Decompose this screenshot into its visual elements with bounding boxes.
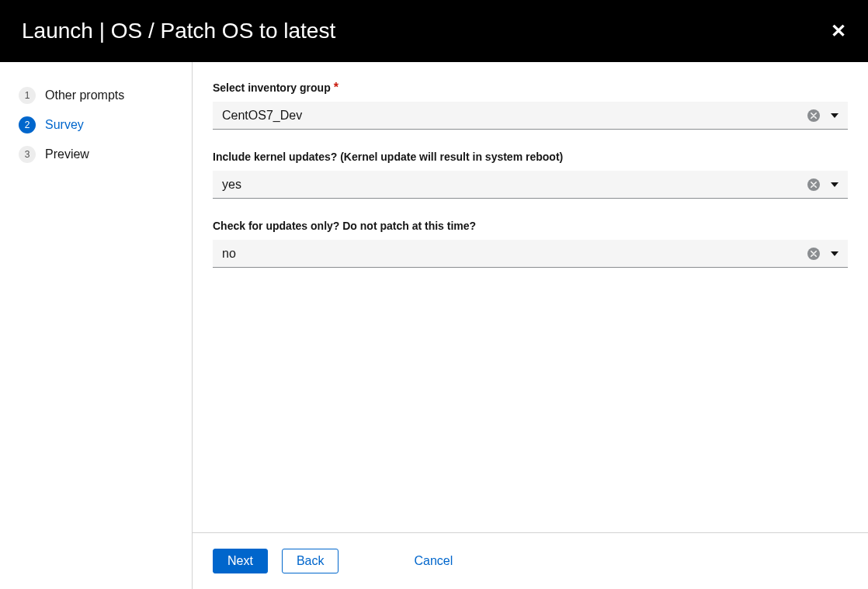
- close-icon[interactable]: ✕: [831, 22, 846, 40]
- clear-icon[interactable]: [807, 109, 820, 122]
- step-other-prompts[interactable]: 1 Other prompts: [19, 81, 192, 110]
- next-button[interactable]: Next: [213, 549, 268, 573]
- step-label: Preview: [45, 147, 89, 161]
- wizard-steps: 1 Other prompts 2 Survey 3 Preview: [0, 62, 193, 589]
- field-label: Select inventory group: [213, 81, 331, 94]
- back-button[interactable]: Back: [282, 549, 339, 573]
- step-number: 2: [19, 116, 36, 133]
- select-value: yes: [222, 178, 241, 192]
- select-controls: [807, 171, 842, 198]
- chevron-down-icon[interactable]: [828, 179, 842, 190]
- launch-modal: Launch | OS / Patch OS to latest ✕ 1 Oth…: [0, 0, 868, 589]
- select-value: no: [222, 247, 236, 261]
- clear-icon[interactable]: [807, 178, 820, 191]
- modal-body: 1 Other prompts 2 Survey 3 Preview Selec…: [0, 62, 868, 589]
- chevron-down-icon[interactable]: [828, 110, 842, 121]
- chevron-down-icon[interactable]: [828, 248, 842, 259]
- field-kernel-updates: Include kernel updates? (Kernel update w…: [213, 150, 848, 199]
- step-label: Survey: [45, 118, 84, 132]
- step-label: Other prompts: [45, 88, 124, 102]
- clear-icon[interactable]: [807, 248, 820, 260]
- modal-header: Launch | OS / Patch OS to latest ✕: [0, 0, 868, 62]
- field-label: Include kernel updates? (Kernel update w…: [213, 151, 563, 163]
- select-value: CentOS7_Dev: [222, 109, 302, 123]
- inventory-group-select[interactable]: CentOS7_Dev: [213, 102, 848, 130]
- main-panel: Select inventory group* CentOS7_Dev: [193, 62, 868, 589]
- survey-form: Select inventory group* CentOS7_Dev: [193, 62, 868, 532]
- select-controls: [807, 102, 842, 129]
- cancel-button[interactable]: Cancel: [399, 549, 467, 573]
- step-survey[interactable]: 2 Survey: [19, 110, 192, 140]
- kernel-updates-select[interactable]: yes: [213, 171, 848, 199]
- modal-footer: Next Back Cancel: [193, 532, 868, 589]
- step-number: 1: [19, 87, 36, 104]
- modal-title: Launch | OS / Patch OS to latest: [22, 19, 335, 43]
- step-preview[interactable]: 3 Preview: [19, 140, 192, 169]
- field-label: Check for updates only? Do not patch at …: [213, 220, 476, 232]
- select-controls: [807, 240, 842, 267]
- field-inventory-group: Select inventory group* CentOS7_Dev: [213, 81, 848, 130]
- field-check-only: Check for updates only? Do not patch at …: [213, 219, 848, 268]
- step-number: 3: [19, 146, 36, 163]
- check-only-select[interactable]: no: [213, 240, 848, 268]
- required-indicator: *: [334, 81, 339, 94]
